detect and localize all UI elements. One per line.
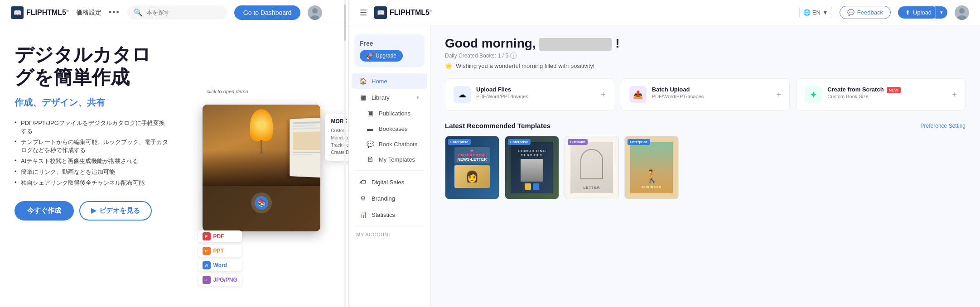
sidebar-item-branding[interactable]: ⚙ Branding — [352, 191, 427, 206]
right-logo-icon: 📖 — [374, 6, 387, 19]
right-header: ☰ 📖 FLIPHTML5® 🌐 EN ▼ 💬 Feedback ⬆ Uploa… — [349, 0, 980, 25]
nav-more[interactable]: ••• — [109, 8, 120, 17]
batch-upload-card[interactable]: 📤 Batch Upload PDF/Word/PPT/Images + — [621, 78, 790, 111]
sidebar-item-library[interactable]: ▦ Library ▼ — [352, 90, 427, 105]
main-content: Good morning, ! Daily Created Books: 1 /… — [430, 25, 980, 307]
language-selector[interactable]: 🌐 EN ▼ — [799, 7, 832, 18]
template-card-3[interactable]: Platinum LETTER — [565, 136, 619, 199]
template-content-2: CONSULTING SERVICES — [505, 136, 559, 199]
template-card-1[interactable]: Enterprise ❤ ENTERPRISE NEWS-LETTER 👩 — [445, 136, 499, 199]
feedback-icon: 💬 — [847, 9, 854, 16]
sub-heading: 作成、デザイン、共有 — [14, 96, 169, 109]
svg-point-1 — [312, 8, 318, 14]
enterprise-badge-4: Enterprise — [628, 139, 650, 145]
batch-upload-content: Batch Upload PDF/Word/PPT/Images — [652, 86, 771, 99]
enterprise-badge-2: Enterprise — [508, 139, 531, 145]
upgrade-button[interactable]: 🚀 Upgrade — [360, 50, 403, 62]
create-from-scratch-card[interactable]: ✦ Create from Scratch new Custom Book Si… — [796, 78, 966, 111]
right-panel: ☰ 📖 FLIPHTML5® 🌐 EN ▼ 💬 Feedback ⬆ Uploa… — [349, 0, 980, 307]
create-scratch-title: Create from Scratch — [827, 86, 883, 93]
upload-dropdown-button[interactable]: ▼ — [935, 6, 947, 19]
sidebar-section-label: My Account — [349, 230, 430, 239]
demo-feature: Create Bookcase — [331, 149, 349, 156]
home-icon: 🏠 — [359, 77, 367, 85]
search-input[interactable] — [146, 9, 221, 16]
format-ppt: P PPT — [198, 245, 242, 257]
sidebar-item-statistics[interactable]: 📊 Statistics — [352, 207, 427, 222]
cta-buttons: 今すぐ作成 ▶ ビデオを見る — [14, 201, 169, 221]
template-card-4[interactable]: Enterprise 🚶 BUSINESS — [624, 136, 679, 199]
left-logo-icon: 📖 — [11, 6, 24, 19]
user-avatar[interactable] — [308, 5, 322, 20]
greeting-title: Good morning, ! — [445, 36, 966, 51]
branding-icon: ⚙ — [359, 195, 367, 202]
chevron-down-icon: ▼ — [822, 9, 828, 16]
template-cards: Enterprise ❤ ENTERPRISE NEWS-LETTER 👩 — [445, 136, 966, 199]
sidebar-item-home[interactable]: 🏠 Home — [352, 73, 427, 89]
sidebar-item-digital-sales[interactable]: 🏷 Digital Sales — [352, 174, 427, 190]
digital-sales-icon: 🏷 — [359, 178, 367, 186]
left-logo: 📖 FLIPHTML5® — [11, 6, 69, 19]
scroll-indicator — [344, 0, 346, 307]
platinum-badge-3: Platinum — [568, 139, 588, 145]
left-panel: 📖 FLIPHTML5® 価格設定 ••• 🔍 Go to Dashboard … — [0, 0, 349, 307]
batch-upload-sub: PDF/Word/PPT/Images — [652, 94, 771, 99]
plan-label: Free — [360, 40, 373, 47]
demo-label: click to open demo — [207, 89, 248, 94]
left-text-area: デジタルカタログを簡単作成 作成、デザイン、共有 PDF/PPT/JPGファイル… — [14, 43, 169, 293]
globe-icon: 🌐 — [803, 9, 811, 16]
watch-video-button[interactable]: ▶ ビデオを見る — [79, 201, 152, 221]
right-user-avatar[interactable] — [955, 5, 969, 20]
sidebar-item-bookcases[interactable]: ▬ Bookcases — [352, 121, 427, 136]
ppt-icon: P — [203, 247, 211, 255]
nav-price[interactable]: 価格設定 — [76, 9, 101, 17]
left-search-bar[interactable]: 🔍 — [127, 5, 227, 19]
create-scratch-content: Create from Scratch new Custom Book Size — [827, 86, 946, 99]
statistics-icon: 📊 — [359, 211, 367, 218]
sidebar: Free 🚀 Upgrade 🏠 Home ▦ Library ▼ ▣ Publ… — [349, 25, 430, 307]
add-upload-button[interactable]: + — [601, 90, 606, 100]
template-card-2[interactable]: Enterprise CONSULTING SERVICES — [505, 136, 559, 199]
create-now-button[interactable]: 今すぐ作成 — [14, 201, 74, 221]
demo-area: click to open demo — [179, 43, 334, 293]
features-list: PDF/PPT/JPGファイルをデジタルカタログに手軽変換する テンプレートから… — [14, 118, 169, 188]
format-pills: P PDF P PPT W Word J JPG/PNG — [198, 230, 242, 286]
add-batch-button[interactable]: + — [777, 90, 782, 100]
chatbot-icon: 💬 — [366, 140, 374, 148]
user-name-placeholder — [539, 38, 612, 51]
template-content-3: LETTER — [565, 136, 618, 199]
word-icon: W — [203, 261, 211, 269]
library-icon: ▦ — [359, 94, 367, 101]
feature-item: 独自シェアリンク取得後全チャンネル配布可能 — [14, 177, 169, 188]
sidebar-item-publications[interactable]: ▣ Publications — [352, 106, 427, 120]
upload-files-title: Upload Files — [476, 86, 595, 93]
greeting-section: Good morning, ! Daily Created Books: 1 /… — [445, 36, 966, 69]
upload-button[interactable]: ⬆ Upload — [898, 6, 939, 19]
format-pdf: P PDF — [198, 230, 242, 242]
new-badge: new — [887, 87, 901, 93]
add-create-button[interactable]: + — [952, 90, 957, 100]
batch-upload-icon: 📤 — [629, 86, 647, 103]
feature-item: テンプレートからの編集可能、ルックブック、電子カタログなどを秒で作成する — [14, 137, 169, 156]
action-cards: ☁ Upload Files PDF/Word/PPT/Images + 📤 B… — [445, 78, 966, 111]
plan-card: Free 🚀 Upgrade — [354, 34, 425, 67]
feedback-button[interactable]: 💬 Feedback — [840, 6, 891, 19]
demo-feature: Monetize — [331, 134, 349, 142]
upload-files-card[interactable]: ☁ Upload Files PDF/Word/PPT/Images + — [445, 78, 614, 111]
batch-upload-title: Batch Upload — [652, 86, 771, 93]
left-header: 📖 FLIPHTML5® 価格設定 ••• 🔍 Go to Dashboard — [0, 0, 348, 25]
create-scratch-sub: Custom Book Size — [827, 94, 946, 99]
sun-icon: 🌟 — [445, 62, 452, 69]
sidebar-item-my-templates[interactable]: 🖹 My Templates — [352, 152, 427, 167]
sidebar-item-book-chatbots[interactable]: 💬 Book Chatbots — [352, 137, 427, 151]
hamburger-menu[interactable]: ☰ — [360, 8, 367, 18]
demo-feature: Track Performance — [331, 142, 349, 149]
feature-item: PDF/PPT/JPGファイルをデジタルカタログに手軽変換する — [14, 118, 169, 137]
preference-setting-link[interactable]: Preference Setting — [921, 123, 966, 129]
main-heading: デジタルカタログを簡単作成 — [14, 43, 169, 89]
template-content-1: ❤ ENTERPRISE NEWS-LETTER 👩 — [445, 136, 499, 199]
jpg-icon: J — [203, 276, 211, 284]
templates-title: Latest Recommended Templates — [445, 122, 550, 130]
play-icon: ▶ — [91, 206, 97, 215]
go-dashboard-button[interactable]: Go to Dashboard — [234, 5, 301, 20]
